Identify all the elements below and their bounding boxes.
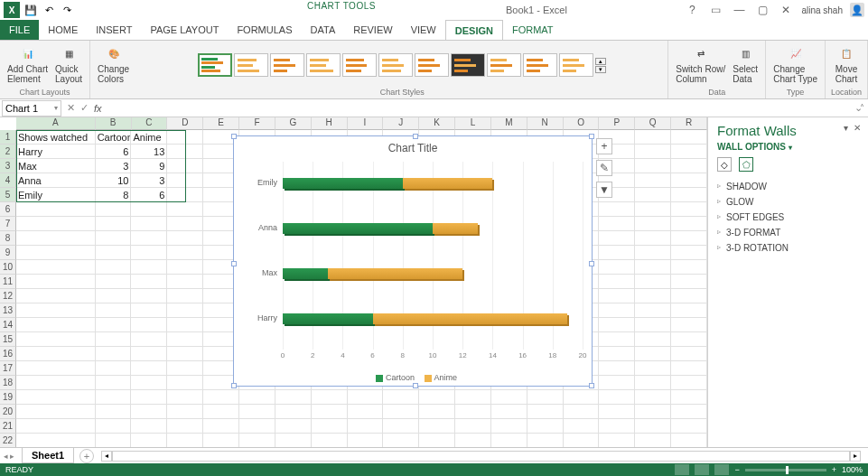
cell[interactable]: [635, 217, 671, 231]
col-header-J[interactable]: J: [383, 117, 419, 130]
row-header-20[interactable]: 20: [0, 405, 16, 419]
add-sheet-button[interactable]: +: [79, 449, 94, 463]
cell[interactable]: [671, 332, 707, 347]
tab-design[interactable]: DESIGN: [445, 20, 503, 40]
cell[interactable]: [16, 361, 96, 376]
cell[interactable]: [312, 390, 348, 405]
cell[interactable]: [527, 390, 564, 405]
chart-bar-segment[interactable]: [373, 313, 568, 324]
chart-style-2[interactable]: [234, 53, 268, 77]
cell[interactable]: [16, 217, 96, 231]
col-header-M[interactable]: M: [491, 117, 527, 130]
cell[interactable]: [599, 361, 635, 376]
row-header-6[interactable]: 6: [0, 202, 16, 217]
cell[interactable]: [564, 419, 600, 434]
cell[interactable]: [527, 419, 564, 434]
cell[interactable]: [635, 260, 671, 275]
chart-bar-segment[interactable]: [433, 223, 478, 234]
cell[interactable]: [167, 130, 203, 145]
cell[interactable]: [419, 405, 455, 419]
zoom-out-icon[interactable]: −: [734, 465, 739, 474]
cell[interactable]: [96, 217, 132, 231]
cell[interactable]: [96, 260, 132, 275]
tab-formulas[interactable]: FORMULAS: [228, 20, 301, 40]
tab-file[interactable]: FILE: [0, 20, 39, 40]
cell[interactable]: [131, 405, 167, 419]
chart-style-10[interactable]: [523, 53, 557, 77]
col-header-P[interactable]: P: [599, 117, 635, 130]
cell[interactable]: [131, 217, 167, 231]
cell[interactable]: [275, 419, 312, 434]
cell[interactable]: [564, 405, 600, 419]
cell[interactable]: [348, 390, 384, 405]
row-header-17[interactable]: 17: [0, 361, 16, 376]
cell[interactable]: [131, 303, 167, 318]
cell[interactable]: [671, 318, 707, 332]
cell[interactable]: [167, 231, 203, 246]
cell[interactable]: [16, 289, 96, 303]
chart-style-8[interactable]: [451, 53, 485, 77]
cell[interactable]: [239, 434, 275, 447]
row-header-5[interactable]: 5: [0, 188, 16, 202]
cell[interactable]: [167, 246, 203, 260]
column-headers[interactable]: ABCDEFGHIJKLMNOPQR: [16, 117, 707, 130]
cell[interactable]: [131, 376, 167, 390]
chart-object[interactable]: Chart Title EmilyAnnaMaxHarry 0246810121…: [233, 135, 593, 387]
cell[interactable]: [599, 434, 635, 447]
tab-home[interactable]: HOME: [39, 20, 87, 40]
cell[interactable]: 8: [96, 188, 132, 202]
col-header-O[interactable]: O: [564, 117, 600, 130]
zoom-slider[interactable]: [745, 469, 826, 471]
cell[interactable]: [167, 303, 203, 318]
user-avatar-icon[interactable]: 👤: [850, 3, 864, 17]
cell[interactable]: [564, 390, 600, 405]
row-header-11[interactable]: 11: [0, 275, 16, 289]
cell[interactable]: [96, 434, 132, 447]
pane-task-dropdown-icon[interactable]: ▾: [844, 123, 848, 133]
soft-edges-section[interactable]: SOFT EDGES: [717, 210, 859, 225]
cell[interactable]: [527, 434, 564, 447]
cell[interactable]: [96, 303, 132, 318]
cell[interactable]: [131, 246, 167, 260]
chart-bar-segment[interactable]: [328, 268, 462, 279]
row-header-21[interactable]: 21: [0, 419, 16, 434]
effects-tab-icon[interactable]: ⬠: [739, 157, 753, 172]
col-header-R[interactable]: R: [671, 117, 707, 130]
chart-styles-gallery[interactable]: ▴▾: [198, 42, 606, 88]
cell[interactable]: [599, 318, 635, 332]
change-colors-button[interactable]: 🎨Change Colors: [96, 42, 131, 86]
cell[interactable]: [16, 275, 96, 289]
cell[interactable]: [16, 332, 96, 347]
cell[interactable]: [635, 275, 671, 289]
cell[interactable]: [167, 217, 203, 231]
row-header-8[interactable]: 8: [0, 231, 16, 246]
cell[interactable]: [455, 419, 491, 434]
zoom-level[interactable]: 100%: [842, 465, 863, 474]
cell[interactable]: 3: [131, 173, 167, 188]
cell[interactable]: [635, 145, 671, 159]
cell[interactable]: [96, 318, 132, 332]
col-header-F[interactable]: F: [239, 117, 275, 130]
cell[interactable]: [131, 390, 167, 405]
sheet-tab-sheet1[interactable]: Sheet1: [22, 448, 74, 463]
cell[interactable]: [599, 376, 635, 390]
cell[interactable]: 13: [131, 145, 167, 159]
chart-category-label[interactable]: Emily: [239, 178, 277, 187]
cell[interactable]: [131, 361, 167, 376]
cell[interactable]: [96, 246, 132, 260]
chart-category-label[interactable]: Max: [239, 268, 277, 277]
col-header-B[interactable]: B: [96, 117, 132, 130]
cell[interactable]: [16, 347, 96, 361]
row-header-9[interactable]: 9: [0, 246, 16, 260]
chart-style-5[interactable]: [342, 53, 377, 77]
cell[interactable]: [167, 390, 203, 405]
sheet-nav-prev-icon[interactable]: ◂: [4, 452, 8, 461]
cell[interactable]: [455, 434, 491, 447]
row-header-1[interactable]: 1: [0, 130, 16, 145]
cell[interactable]: [599, 390, 635, 405]
cell[interactable]: [635, 405, 671, 419]
cell[interactable]: [167, 419, 203, 434]
cell[interactable]: [348, 419, 384, 434]
tab-review[interactable]: REVIEW: [344, 20, 401, 40]
cell[interactable]: [455, 390, 491, 405]
